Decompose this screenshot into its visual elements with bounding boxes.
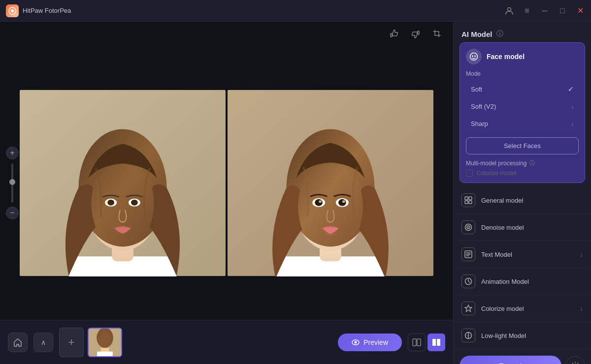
main-layout: + − xyxy=(0,22,591,364)
svg-rect-3 xyxy=(391,33,392,37)
image-viewer: + − xyxy=(0,46,453,320)
svg-point-47 xyxy=(468,227,469,228)
thumbnail-preview xyxy=(89,329,121,356)
mode-sharp[interactable]: Sharp ↓ xyxy=(466,116,579,131)
colorize-model-item[interactable]: Colorize model ↓ xyxy=(454,295,591,322)
svg-rect-34 xyxy=(413,339,416,346)
face-model-card: Face model Mode Soft ✓ Soft (V2) ↓ Sharp… xyxy=(460,42,585,183)
svg-point-26 xyxy=(342,200,345,203)
thumbs-down-button[interactable] xyxy=(408,26,424,42)
profile-icon[interactable] xyxy=(504,6,514,16)
lowlight-model-item[interactable]: Low-light Model xyxy=(454,322,591,349)
general-model-item[interactable]: General model xyxy=(454,187,591,214)
colorize-model-arrow: ↓ xyxy=(580,304,583,312)
denoise-model-icon xyxy=(461,220,475,234)
zoom-in-button[interactable]: + xyxy=(6,147,19,159)
view-mode-buttons xyxy=(408,334,445,351)
colorize-model-name: Colorize model xyxy=(481,305,574,312)
app-logo: HitPaw FotorPea xyxy=(6,4,71,17)
zoom-slider[interactable] xyxy=(11,163,13,203)
lowlight-model-icon xyxy=(461,329,475,342)
svg-rect-41 xyxy=(465,197,468,200)
panel-info-icon[interactable]: ⓘ xyxy=(496,30,503,38)
before-image-panel xyxy=(20,90,226,276)
face-model-header: Face model xyxy=(466,49,579,64)
zoom-controls: + − xyxy=(6,147,19,219)
general-model-icon xyxy=(461,193,475,207)
svg-point-33 xyxy=(355,341,357,343)
svg-point-24 xyxy=(338,199,346,206)
crop-button[interactable] xyxy=(429,26,445,42)
bottom-bar: ∧ + xyxy=(0,320,453,364)
close-icon[interactable]: ✕ xyxy=(575,6,585,16)
svg-point-2 xyxy=(508,7,511,11)
minimize-icon[interactable]: ─ xyxy=(540,6,550,16)
settings-button[interactable] xyxy=(565,356,585,364)
svg-point-40 xyxy=(474,56,476,57)
multi-model-row: Multi-model processing ⓘ xyxy=(466,159,579,167)
text-model-arrow: ↓ xyxy=(580,250,583,258)
svg-rect-42 xyxy=(469,197,472,200)
window-controls: ≡ ─ □ ✕ xyxy=(504,6,585,16)
thumbnail-item[interactable] xyxy=(88,328,122,357)
panel-title: AI Model xyxy=(461,30,492,38)
logo-icon xyxy=(6,4,19,17)
model-list: General model Denoise model xyxy=(454,187,591,349)
svg-rect-31 xyxy=(97,351,113,356)
svg-rect-44 xyxy=(469,201,472,204)
add-image-button[interactable]: + xyxy=(59,328,84,357)
maximize-icon[interactable]: □ xyxy=(558,6,567,16)
colorize-label: Colorize model xyxy=(477,170,516,177)
mode-soft[interactable]: Soft ✓ xyxy=(466,81,579,97)
face-model-icon xyxy=(466,49,482,64)
mode-soft-label: Soft xyxy=(471,86,482,93)
canvas-toolbar xyxy=(0,22,453,46)
svg-point-39 xyxy=(472,56,473,57)
svg-point-1 xyxy=(11,9,14,12)
menu-icon[interactable]: ≡ xyxy=(522,6,532,16)
denoise-model-item[interactable]: Denoise model xyxy=(454,214,591,241)
up-arrow-button[interactable]: ∧ xyxy=(33,333,53,352)
svg-point-22 xyxy=(315,199,323,206)
colorize-checkbox[interactable] xyxy=(466,170,473,177)
lowlight-model-name: Low-light Model xyxy=(481,332,583,339)
dual-view-button[interactable] xyxy=(427,334,445,351)
right-panel: AI Model ⓘ Face model Mode Soft xyxy=(453,22,591,364)
mode-soft-v2-arrow: ↓ xyxy=(571,103,574,110)
svg-point-25 xyxy=(319,200,322,203)
preview-label: Preview xyxy=(363,338,388,346)
text-model-icon xyxy=(461,247,475,261)
zoom-slider-thumb xyxy=(9,179,15,185)
canvas-area: + − xyxy=(0,22,453,364)
svg-rect-43 xyxy=(465,201,468,204)
zoom-out-button[interactable]: − xyxy=(6,207,19,219)
multi-model-info-icon[interactable]: ⓘ xyxy=(529,159,535,167)
svg-point-12 xyxy=(107,200,114,206)
animation-model-icon xyxy=(461,274,475,288)
mode-soft-v2[interactable]: Soft (V2) ↓ xyxy=(466,99,579,114)
select-faces-button[interactable]: Select Faces xyxy=(466,137,579,154)
animation-model-name: Animation Model xyxy=(481,278,583,285)
export-button[interactable]: Export xyxy=(460,356,561,364)
title-bar: HitPaw FotorPea ≡ ─ □ ✕ xyxy=(0,0,591,22)
split-view-button[interactable] xyxy=(408,334,426,351)
mode-sharp-arrow: ↓ xyxy=(571,121,574,127)
export-area: Export xyxy=(454,349,591,364)
svg-rect-36 xyxy=(432,339,436,346)
face-model-title: Face model xyxy=(487,53,525,61)
home-button[interactable] xyxy=(8,333,28,352)
mode-sharp-label: Sharp xyxy=(471,120,488,127)
text-model-item[interactable]: Text Model ↓ xyxy=(454,241,591,268)
app-title: HitPaw FotorPea xyxy=(23,7,71,14)
multi-model-label: Multi-model processing xyxy=(466,160,526,167)
after-image-panel xyxy=(228,90,433,276)
colorize-model-icon xyxy=(461,302,475,315)
svg-rect-37 xyxy=(437,339,440,346)
text-model-name: Text Model xyxy=(481,251,574,258)
svg-rect-4 xyxy=(418,31,419,34)
animation-model-item[interactable]: Animation Model xyxy=(454,268,591,295)
thumbs-up-button[interactable] xyxy=(386,26,402,42)
panel-header: AI Model ⓘ xyxy=(454,22,591,42)
svg-point-29 xyxy=(97,329,113,348)
preview-button[interactable]: Preview xyxy=(338,334,402,351)
